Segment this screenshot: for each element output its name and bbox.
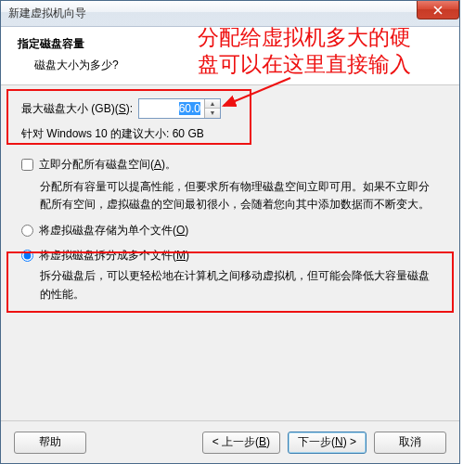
allocate-all-checkbox[interactable] — [21, 159, 33, 171]
wizard-footer: 帮助 < 上一步(B) 下一步(N) > 取消 — [1, 420, 459, 463]
split-files-label: 将虚拟磁盘拆分成多个文件(M) — [39, 248, 189, 264]
single-file-radio[interactable] — [21, 225, 33, 237]
split-files-row: 将虚拟磁盘拆分成多个文件(M) — [21, 248, 439, 264]
cancel-button[interactable]: 取消 — [374, 432, 446, 454]
single-file-label: 将虚拟磁盘存储为单个文件(O) — [39, 223, 188, 238]
wizard-header: 指定磁盘容量 磁盘大小为多少? — [1, 27, 459, 85]
allocate-all-row: 立即分配所有磁盘空间(A)。 — [21, 157, 439, 173]
next-button[interactable]: 下一步(N) > — [288, 432, 367, 454]
spinner-up[interactable]: ▲ — [205, 99, 220, 109]
spinner-down[interactable]: ▼ — [205, 109, 220, 118]
disk-size-spinner[interactable]: ▲ ▼ — [138, 98, 221, 119]
disk-recommend-text: 针对 Windows 10 的建议大小: 60 GB — [21, 126, 439, 142]
header-title: 指定磁盘容量 — [18, 36, 443, 52]
allocate-all-desc: 分配所有容量可以提高性能，但要求所有物理磁盘空间立即可用。如果不立即分配所有空间… — [40, 178, 439, 213]
wizard-window: 新建虚拟机向导 指定磁盘容量 磁盘大小为多少? 最大磁盘大小 (GB)(S): … — [0, 0, 460, 464]
back-button[interactable]: < 上一步(B) — [202, 432, 280, 454]
split-files-desc: 拆分磁盘后，可以更轻松地在计算机之间移动虚拟机，但可能会降低大容量磁盘的性能。 — [40, 267, 439, 303]
titlebar: 新建虚拟机向导 — [1, 1, 459, 27]
disk-size-input[interactable] — [139, 99, 204, 118]
allocate-all-label: 立即分配所有磁盘空间(A)。 — [39, 157, 176, 173]
split-files-radio[interactable] — [21, 250, 33, 262]
spinner-buttons: ▲ ▼ — [204, 99, 220, 118]
window-title: 新建虚拟机向导 — [8, 6, 86, 21]
disk-size-row: 最大磁盘大小 (GB)(S): ▲ ▼ — [21, 98, 439, 119]
single-file-row: 将虚拟磁盘存储为单个文件(O) — [21, 223, 439, 238]
close-button[interactable] — [417, 1, 459, 19]
header-subtitle: 磁盘大小为多少? — [34, 58, 443, 73]
help-button[interactable]: 帮助 — [14, 432, 86, 454]
disk-size-label: 最大磁盘大小 (GB)(S): — [21, 101, 133, 117]
close-icon — [433, 6, 443, 15]
wizard-content: 最大磁盘大小 (GB)(S): ▲ ▼ 针对 Windows 10 的建议大小:… — [1, 85, 459, 438]
